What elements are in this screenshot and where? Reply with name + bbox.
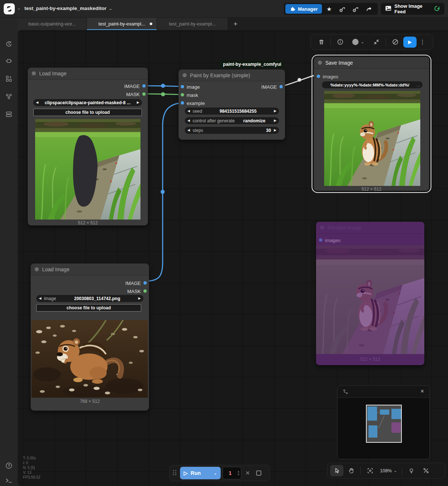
image-dimensions: 512 × 512 (28, 220, 148, 225)
terminal-button[interactable] (4, 475, 14, 486)
run-options-chevron-icon[interactable]: ⌄ (214, 471, 217, 476)
tab-test-paint-by-example-active[interactable]: test_paint-by-exampl... (87, 18, 157, 30)
comfyui-logo[interactable] (4, 3, 15, 14)
collapse-dot-icon[interactable] (318, 61, 322, 65)
clear-queue-button[interactable]: ✕ (241, 470, 254, 476)
filename-prefix-widget[interactable]: %date:yyyy%-%date:MM%-%date:dd%/ ... (322, 81, 422, 88)
drag-handle[interactable] (173, 470, 177, 476)
masked-image-preview (35, 119, 140, 220)
output-dot-mask[interactable] (143, 289, 147, 293)
cleanup-button-1[interactable] (336, 4, 349, 14)
hand-icon (348, 468, 354, 474)
collapse-button[interactable] (369, 36, 384, 48)
seed-widget[interactable]: ◀ seed 984151515684255 ▶ (185, 108, 279, 115)
templates-button[interactable] (4, 109, 14, 119)
run-selected-button[interactable]: ▶ (403, 37, 417, 48)
image-icon (385, 5, 391, 13)
toolbar-separator (360, 467, 361, 475)
run-button[interactable]: ▷ Run ⌄ (180, 467, 221, 479)
workflow-tabbar: basic-outpainting-wor... test_paint-by-e… (18, 18, 448, 30)
node-load-image-top[interactable]: Load Image IMAGE MASK ◀ clipspace/clipsp… (28, 68, 148, 225)
node-header[interactable]: Save Image (314, 57, 429, 69)
minimap-close-button[interactable]: ✕ (420, 388, 424, 394)
cleanup-button-2[interactable] (349, 4, 362, 14)
node-header[interactable]: Load Image (28, 68, 148, 79)
output-dot-mask[interactable] (142, 92, 146, 96)
collapse-dot-icon[interactable] (32, 71, 36, 75)
steps-widget[interactable]: ◀ steps 30 ▶ (185, 127, 279, 134)
model-library-button[interactable] (4, 74, 14, 84)
input-dot-images[interactable] (319, 238, 322, 242)
help-button[interactable]: ? (4, 460, 14, 471)
minimap-body[interactable] (338, 398, 429, 459)
prev-option-icon[interactable]: ◀ (187, 119, 190, 122)
input-dot-mask[interactable] (181, 93, 184, 96)
input-dot-example[interactable] (181, 101, 184, 105)
increment-icon[interactable]: ▶ (274, 129, 276, 132)
node-preview-image[interactable]: Preview Image images 512 × 512 (316, 222, 424, 365)
select-tool-button[interactable] (330, 465, 343, 476)
workflow-title[interactable]: test_paint-by-example_maskeditor⌄ (24, 6, 112, 11)
tab-basic-outpainting[interactable]: basic-outpainting-wor... (18, 18, 87, 30)
info-button[interactable] (333, 36, 347, 48)
upload-button[interactable]: choose file to upload (36, 304, 141, 312)
cursor-icon (334, 468, 340, 474)
combo-prev-icon[interactable]: ◀ (36, 101, 38, 104)
minimap-viewport[interactable] (366, 405, 402, 443)
image-combo-widget[interactable]: ◀ image 20030803_114742.png ▶ (36, 295, 143, 302)
refresh-icon[interactable] (434, 6, 440, 13)
toolbar-separator (330, 38, 331, 46)
next-option-icon[interactable]: ▶ (274, 119, 276, 122)
decrement-icon[interactable]: ◀ (187, 109, 190, 113)
toggle-links-button[interactable] (419, 465, 432, 476)
control-after-generate-widget[interactable]: ◀ control after generate randomize ▶ (185, 117, 279, 124)
logo-chevron-down-icon[interactable]: ⌄ (17, 6, 21, 11)
chevron-down-icon: ⌄ (394, 468, 397, 473)
show-image-feed-button[interactable]: Show Image Feed (382, 4, 443, 14)
output-dot-image[interactable] (279, 85, 283, 88)
collapse-dot-icon[interactable] (320, 225, 324, 230)
node-header[interactable]: Paint by Example (simple) (179, 69, 285, 81)
share-button[interactable] (363, 4, 375, 14)
zoom-level-dropdown[interactable]: 108% ⌄ (378, 468, 399, 473)
stop-button[interactable] (256, 470, 261, 476)
increment-icon[interactable]: ▶ (274, 109, 276, 113)
node-load-image-bottom[interactable]: Load Image IMAGE MASK ◀ image 20030803_1… (31, 264, 149, 411)
stepper-down-icon[interactable]: ∨ (237, 473, 240, 476)
input-dot-image[interactable] (181, 85, 184, 88)
node-save-image[interactable]: Save Image images %date:yyyy%-%date:MM%-… (314, 57, 429, 191)
new-tab-button[interactable]: + (228, 18, 243, 30)
batch-count-input[interactable]: 1 ∧ ∨ (223, 467, 241, 479)
node-color-picker[interactable]: ⌄ (348, 36, 368, 48)
toggle-theme-button[interactable] (405, 465, 418, 476)
collapse-dot-icon[interactable] (183, 73, 187, 77)
fit-view-button[interactable] (363, 465, 377, 476)
manager-button[interactable]: Manager (285, 4, 322, 14)
history-button[interactable] (4, 39, 14, 49)
decrement-icon[interactable]: ◀ (187, 129, 190, 132)
output-slot-mask: MASK (126, 91, 140, 97)
more-options-button[interactable]: ⋮ (417, 36, 428, 48)
node-header[interactable]: Load Image (31, 264, 149, 275)
workflows-button[interactable] (4, 91, 14, 102)
node-header[interactable]: Preview Image (316, 222, 424, 234)
output-dot-image[interactable] (143, 281, 147, 285)
output-dot-image[interactable] (142, 84, 146, 88)
combo-next-icon[interactable]: ▶ (137, 101, 139, 104)
output-slot-image: IMAGE (124, 83, 140, 89)
bypass-button[interactable] (388, 36, 403, 48)
image-combo-widget[interactable]: ◀ clipspace/clipspace-painted-masked-8 .… (33, 99, 142, 106)
favorites-star-button[interactable]: ★ (323, 4, 335, 14)
delete-button[interactable] (314, 36, 329, 48)
minimap-node (369, 425, 377, 438)
combo-next-icon[interactable]: ▶ (138, 297, 141, 300)
combo-prev-icon[interactable]: ◀ (39, 297, 41, 300)
stat-nodes: N: 5 [5] (23, 465, 40, 470)
node-library-button[interactable] (4, 56, 14, 66)
node-paint-by-example[interactable]: paint-by-example_comfyui Paint by Exampl… (179, 69, 285, 140)
tab-test-paint-by-example-2[interactable]: test_paint-by-exampl... (157, 18, 228, 30)
collapse-dot-icon[interactable] (35, 267, 39, 271)
input-dot-images[interactable] (317, 75, 320, 78)
pan-tool-button[interactable] (345, 465, 358, 476)
upload-button[interactable]: choose file to upload (33, 109, 142, 116)
